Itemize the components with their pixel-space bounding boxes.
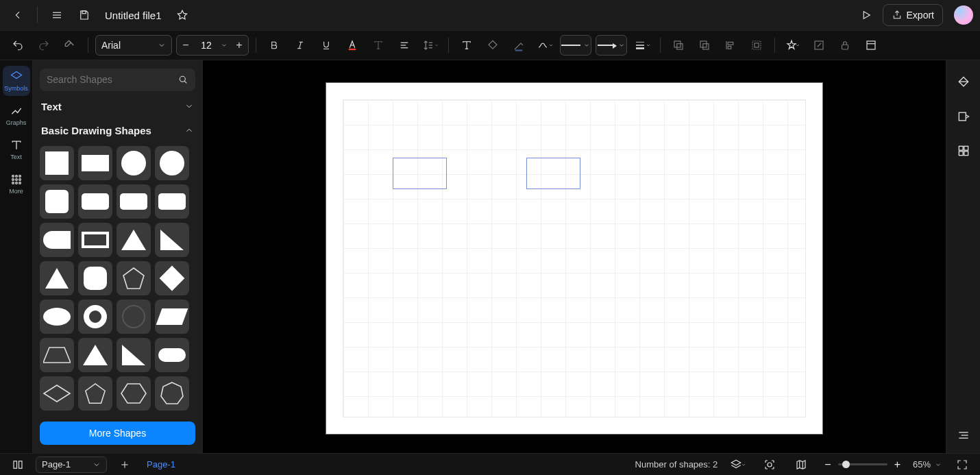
effects-button[interactable] bbox=[782, 34, 804, 56]
canvas-rectangle[interactable] bbox=[393, 158, 447, 189]
shape-trapezoid[interactable] bbox=[40, 338, 74, 372]
shape-octagon-rounded[interactable] bbox=[78, 261, 112, 295]
shape-triangle[interactable] bbox=[117, 223, 151, 257]
shape-circle[interactable] bbox=[117, 146, 151, 180]
shape-triangle-3[interactable] bbox=[78, 338, 112, 372]
shape-donut[interactable] bbox=[78, 300, 112, 334]
font-size-decrease[interactable]: − bbox=[177, 39, 195, 51]
undo-button[interactable] bbox=[7, 34, 29, 56]
page-canvas[interactable] bbox=[326, 83, 822, 434]
hamburger-menu-button[interactable] bbox=[46, 4, 68, 26]
svg-rect-40 bbox=[867, 41, 875, 49]
rail-text[interactable]: Text bbox=[3, 134, 30, 165]
components-panel-button[interactable] bbox=[953, 140, 975, 162]
format-painter-button[interactable] bbox=[59, 34, 81, 56]
arrow-style-select[interactable] bbox=[596, 35, 627, 56]
font-size-chevron[interactable] bbox=[218, 42, 230, 49]
insert-panel-button[interactable] bbox=[953, 106, 975, 127]
page-panel-toggle[interactable] bbox=[7, 454, 29, 476]
send-backward-button[interactable] bbox=[667, 34, 689, 56]
page-select[interactable]: Page-1 bbox=[36, 456, 107, 473]
back-button[interactable] bbox=[7, 4, 29, 26]
font-color-button[interactable] bbox=[341, 34, 363, 56]
bold-button[interactable] bbox=[263, 34, 285, 56]
focus-button[interactable] bbox=[759, 454, 781, 476]
play-button[interactable] bbox=[855, 4, 877, 26]
font-size-stepper[interactable]: − 12 + bbox=[176, 35, 249, 56]
shape-diamond-flat[interactable] bbox=[40, 376, 74, 411]
line-color-button[interactable] bbox=[508, 34, 530, 56]
shape-parallelogram[interactable] bbox=[155, 300, 189, 334]
rail-more[interactable]: More bbox=[3, 169, 30, 199]
svg-marker-5 bbox=[863, 12, 870, 19]
zoom-in-button[interactable]: + bbox=[892, 459, 903, 471]
fill-color-button[interactable] bbox=[482, 34, 504, 56]
fullscreen-button[interactable] bbox=[951, 454, 973, 476]
redo-button[interactable] bbox=[33, 34, 55, 56]
zoom-slider[interactable]: − + bbox=[822, 459, 903, 471]
shape-diamond[interactable] bbox=[155, 261, 189, 295]
map-view-button[interactable] bbox=[790, 454, 812, 476]
canvas-rectangle[interactable] bbox=[526, 158, 580, 189]
rail-graphs[interactable]: Graphs bbox=[3, 100, 30, 130]
more-shapes-button[interactable]: More Shapes bbox=[40, 422, 195, 445]
chevron-down-icon[interactable] bbox=[935, 461, 942, 468]
italic-button[interactable] bbox=[289, 34, 311, 56]
zoom-thumb[interactable] bbox=[842, 461, 850, 468]
shape-triangle-2[interactable] bbox=[40, 261, 74, 295]
shape-right-triangle-up[interactable] bbox=[155, 223, 189, 257]
shape-pentagon-2[interactable] bbox=[78, 376, 112, 411]
shape-rectangle[interactable] bbox=[78, 146, 112, 180]
text-type-button[interactable] bbox=[367, 34, 389, 56]
align-objects-button[interactable] bbox=[720, 34, 742, 56]
font-family-select[interactable]: Arial bbox=[95, 35, 172, 56]
align-button[interactable] bbox=[393, 34, 415, 56]
group-button[interactable] bbox=[746, 34, 768, 56]
shape-rounded-rect[interactable] bbox=[78, 184, 112, 219]
shape-frame[interactable] bbox=[78, 223, 112, 257]
rail-symbols[interactable]: Symbols bbox=[3, 66, 30, 96]
search-shapes-field[interactable] bbox=[47, 74, 177, 85]
user-avatar[interactable] bbox=[954, 5, 973, 25]
search-shapes-input[interactable] bbox=[40, 69, 195, 91]
shape-rounded-one-side[interactable] bbox=[40, 223, 74, 257]
connector-style-button[interactable] bbox=[534, 34, 556, 56]
shape-ellipse[interactable] bbox=[40, 300, 74, 334]
insert-text-button[interactable] bbox=[456, 34, 478, 56]
fill-panel-button[interactable] bbox=[953, 71, 975, 93]
canvas-area[interactable] bbox=[203, 60, 946, 453]
page-tab[interactable]: Page-1 bbox=[143, 459, 180, 470]
edit-shape-button[interactable] bbox=[808, 34, 830, 56]
shape-pill[interactable] bbox=[155, 338, 189, 372]
export-button[interactable]: Export bbox=[883, 4, 943, 26]
shape-rounded-square[interactable] bbox=[40, 184, 74, 219]
zoom-value[interactable]: 65% bbox=[913, 459, 931, 470]
lock-button[interactable] bbox=[834, 34, 856, 56]
font-size-increase[interactable]: + bbox=[230, 39, 248, 51]
bring-forward-button[interactable] bbox=[694, 34, 715, 56]
save-icon[interactable] bbox=[73, 4, 95, 26]
line-weight-button[interactable] bbox=[631, 34, 653, 56]
outline-panel-button[interactable] bbox=[953, 424, 975, 446]
add-page-button[interactable] bbox=[114, 454, 136, 476]
shape-square[interactable] bbox=[40, 146, 74, 180]
container-button[interactable] bbox=[860, 34, 882, 56]
shape-heptagon[interactable] bbox=[155, 376, 189, 411]
shape-rounded-rect-2[interactable] bbox=[117, 184, 151, 219]
file-title[interactable]: Untitled file1 bbox=[101, 10, 166, 21]
shape-hexagon[interactable] bbox=[117, 376, 151, 411]
favorite-star-button[interactable] bbox=[171, 4, 193, 26]
underline-button[interactable] bbox=[315, 34, 337, 56]
shape-pentagon[interactable] bbox=[117, 261, 151, 295]
zoom-track[interactable] bbox=[838, 463, 887, 465]
section-text-header[interactable]: Text bbox=[40, 98, 195, 115]
zoom-out-button[interactable]: − bbox=[822, 459, 833, 471]
line-spacing-button[interactable] bbox=[419, 34, 441, 56]
shape-ring-outline[interactable] bbox=[117, 300, 151, 334]
shape-right-triangle[interactable] bbox=[117, 338, 151, 372]
section-basic-header[interactable]: Basic Drawing Shapes bbox=[40, 122, 195, 139]
shape-circle-2[interactable] bbox=[155, 146, 189, 180]
layers-button[interactable] bbox=[727, 454, 749, 476]
shape-rounded-rect-3[interactable] bbox=[155, 184, 189, 219]
line-style-select[interactable] bbox=[560, 35, 591, 56]
